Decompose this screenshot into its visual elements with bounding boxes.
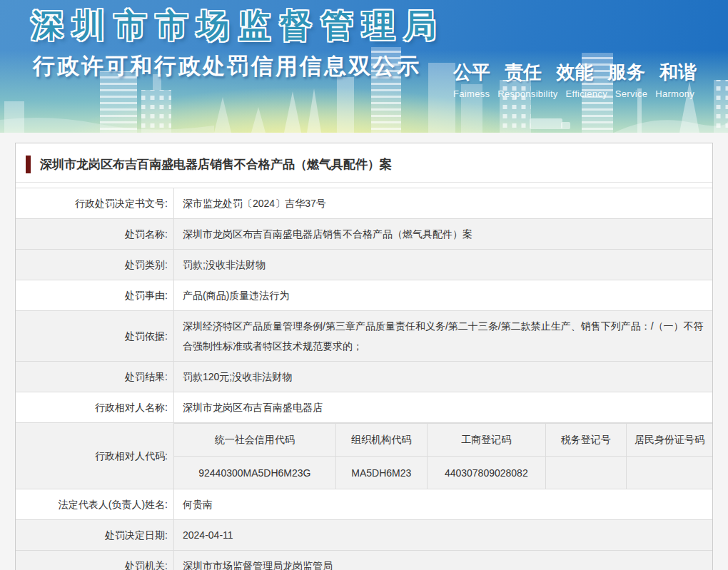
code-value-uscc: 92440300MA5DH6M23G — [174, 457, 335, 489]
banner: 深圳市市场监督管理局 行政许可和行政处罚信用信息双公示 公平 责任 效能 服务 … — [0, 0, 728, 133]
code-header-tax-reg: 税务登记号 — [545, 424, 626, 457]
row-penalty-reason: 处罚事由: 产品(商品)质量违法行为 — [16, 280, 712, 311]
row-value: 深圳市龙岗区布吉百南盛电器店销售不合格产品（燃气具配件）案 — [174, 219, 713, 250]
page-title: 深圳市龙岗区布吉百南盛电器店销售不合格产品（燃气具配件）案 — [40, 156, 392, 173]
party-codes-cell: 统一社会信用代码 组织机构代码 工商登记码 税务登记号 居民身份证号码 9244… — [174, 423, 713, 489]
row-label: 处罚机关: — [16, 551, 174, 570]
row-value: 深圳市市场监督管理局龙岗监管局 — [174, 551, 713, 570]
row-value: 罚款;没收非法财物 — [174, 250, 713, 280]
row-label: 行政处罚决定书文号: — [16, 188, 174, 219]
row-party-codes: 行政相对人代码: 统一社会信用代码 组织机构代码 工商登记码 税务登记号 居民身… — [16, 423, 712, 489]
code-header-business-reg: 工商登记码 — [427, 424, 545, 457]
code-value-id-number — [626, 457, 712, 489]
title-divider — [16, 182, 712, 183]
row-legal-representative: 法定代表人(负责人)姓名: 何贵南 — [16, 489, 712, 520]
row-penalty-result: 处罚结果: 罚款120元;没收非法财物 — [16, 362, 712, 392]
codes-header-row: 统一社会信用代码 组织机构代码 工商登记码 税务登记号 居民身份证号码 — [174, 424, 712, 457]
row-label: 处罚事由: — [16, 280, 174, 311]
row-penalty-name: 处罚名称: 深圳市龙岗区布吉百南盛电器店销售不合格产品（燃气具配件）案 — [16, 219, 712, 250]
row-value: 深市监龙处罚〔2024〕吉华37号 — [174, 188, 713, 219]
row-party-name: 行政相对人名称: 深圳市龙岗区布吉百南盛电器店 — [16, 392, 712, 423]
penalty-info-table: 行政处罚决定书文号: 深市监龙处罚〔2024〕吉华37号 处罚名称: 深圳市龙岗… — [16, 188, 712, 570]
row-penalty-basis: 处罚依据: 深圳经济特区产品质量管理条例/第三章产品质量责任和义务/第二十三条/… — [16, 311, 712, 362]
code-header-uscc: 统一社会信用代码 — [174, 424, 335, 457]
row-label: 行政相对人名称: — [16, 392, 174, 423]
row-label: 处罚决定日期: — [16, 520, 174, 551]
row-label: 处罚名称: — [16, 219, 174, 250]
row-penalty-authority: 处罚机关: 深圳市市场监督管理局龙岗监管局 — [16, 551, 712, 570]
motto-chinese: 公平 责任 效能 服务 和谐 — [453, 60, 697, 85]
code-value-org: MA5DH6M23 — [335, 457, 427, 489]
row-penalty-category: 处罚类别: 罚款;没收非法财物 — [16, 250, 712, 280]
title-accent-bar — [26, 156, 31, 173]
content-area: 深圳市龙岗区布吉百南盛电器店销售不合格产品（燃气具配件）案 行政处罚决定书文号:… — [0, 133, 728, 570]
motto-english: Faimess Responsibility Efficiency Servic… — [453, 88, 697, 99]
row-value: 何贵南 — [174, 489, 713, 520]
code-header-org: 组织机构代码 — [335, 424, 427, 457]
row-value: 深圳市龙岗区布吉百南盛电器店 — [174, 392, 713, 423]
party-codes-table: 统一社会信用代码 组织机构代码 工商登记码 税务登记号 居民身份证号码 9244… — [174, 423, 712, 489]
row-label: 处罚结果: — [16, 362, 174, 392]
site-subtitle: 行政许可和行政处罚信用信息双公示 — [33, 51, 421, 81]
row-label: 法定代表人(负责人)姓名: — [16, 489, 174, 520]
row-label: 处罚依据: — [16, 311, 174, 362]
code-value-tax-reg — [545, 457, 626, 489]
row-label: 行政相对人代码: — [16, 423, 174, 489]
row-label: 处罚类别: — [16, 250, 174, 280]
case-title-bar: 深圳市龙岗区布吉百南盛电器店销售不合格产品（燃气具配件）案 — [16, 143, 712, 182]
row-value: 罚款120元;没收非法财物 — [174, 362, 713, 392]
site-title: 深圳市市场监督管理局 — [31, 4, 445, 47]
code-value-business-reg: 440307809028082 — [427, 457, 545, 489]
motto-block: 公平 责任 效能 服务 和谐 Faimess Responsibility Ef… — [453, 60, 697, 99]
case-card: 深圳市龙岗区布吉百南盛电器店销售不合格产品（燃气具配件）案 行政处罚决定书文号:… — [15, 143, 713, 570]
row-penalty-decision-date: 处罚决定日期: 2024-04-11 — [16, 520, 712, 551]
row-value: 2024-04-11 — [174, 520, 713, 551]
row-penalty-doc-number: 行政处罚决定书文号: 深市监龙处罚〔2024〕吉华37号 — [16, 188, 712, 219]
row-value: 深圳经济特区产品质量管理条例/第三章产品质量责任和义务/第二十三条/第二款禁止生… — [174, 311, 713, 362]
code-header-id-number: 居民身份证号码 — [626, 424, 712, 457]
codes-value-row: 92440300MA5DH6M23G MA5DH6M23 44030780902… — [174, 457, 712, 489]
row-value: 产品(商品)质量违法行为 — [174, 280, 713, 311]
